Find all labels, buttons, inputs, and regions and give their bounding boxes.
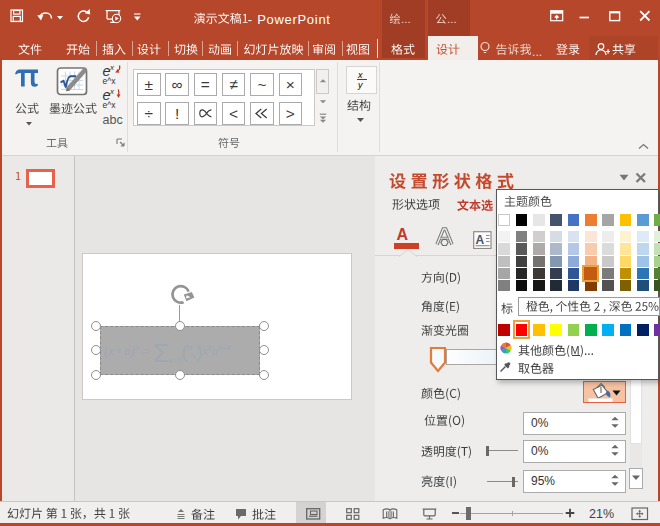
svg-text:e^x: e^x	[103, 76, 117, 85]
svg-text:A: A	[476, 232, 485, 246]
svg-text:y: y	[357, 80, 363, 90]
svg-text:x: x	[109, 63, 115, 72]
svg-text:x: x	[109, 87, 115, 96]
svg-text:e^x: e^x	[103, 100, 117, 109]
svg-text:x: x	[357, 70, 363, 80]
